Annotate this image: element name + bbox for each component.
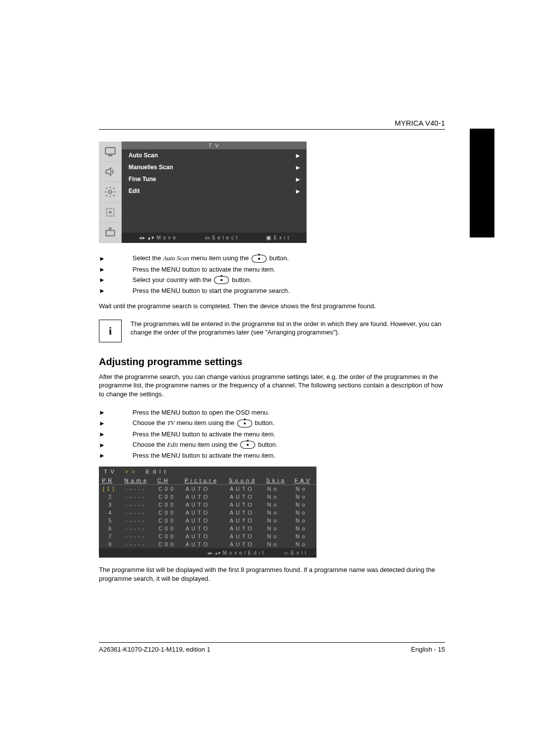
instruction-text: Select your country with the ▾ button. [133, 276, 252, 284]
cell-pr: 3 [99, 501, 122, 509]
instruction-text: Press the MENU button to start the progr… [133, 287, 290, 294]
chevron-right-icon: ▸ [296, 163, 300, 171]
cell-sound: A U T O [226, 532, 263, 540]
input-icon [99, 223, 122, 243]
col-picture: P i c t u r e [181, 476, 226, 485]
instruction-list-1: ► Select the Auto Scan menu item using t… [99, 253, 445, 296]
osd-item-label: Auto Scan [129, 152, 158, 159]
cell-fav: N o [292, 540, 316, 548]
table-row[interactable]: 3- - - - -C 0 0A U T OA U T ON oN o [99, 501, 316, 509]
cell-skip: N o [263, 493, 291, 501]
exit-icon: ▭ [284, 550, 289, 556]
cell-name: - - - - - [122, 485, 155, 493]
section-heading: Adjusting programme settings [99, 356, 445, 368]
osd-footer: ◂▸ ▴▾ M o v e ▭ S e l e c t ▣ E x i t [122, 233, 307, 243]
edit-table: P R N a m e C H P i c t u r e S o u n d … [99, 476, 316, 548]
osd-item-edit[interactable]: Edit ▸ [122, 185, 307, 197]
col-skip: S k i p [263, 476, 291, 485]
cell-sound: A U T O [226, 501, 263, 509]
cell-skip: N o [263, 517, 291, 524]
cell-sound: A U T O [226, 509, 263, 517]
osd-item-autoscan[interactable]: Auto Scan ▸ [122, 149, 307, 161]
svg-rect-4 [106, 231, 114, 236]
cell-pr: 4 [99, 509, 122, 517]
instruction-text: Press the MENU button to activate the me… [133, 430, 275, 438]
cell-ch: C 0 0 [154, 493, 181, 501]
cell-skip: N o [263, 485, 291, 493]
osd-tv-menu: T V Auto Scan ▸ Manuelles Scan ▸ Fine Tu… [99, 142, 307, 243]
bullet-icon: ► [99, 452, 119, 459]
cell-picture: A U T O [181, 540, 226, 548]
osd-item-label: Fine Tune [129, 176, 156, 183]
cell-name: - - - - - [122, 540, 155, 548]
cell-picture: A U T O [181, 485, 226, 493]
instruction-text: Press the MENU button to activate the me… [133, 452, 275, 459]
section-intro: After the programme search, you can chan… [99, 373, 445, 399]
cell-ch: C 0 0 [154, 517, 181, 524]
cell-picture: A U T O [181, 517, 226, 524]
cell-skip: N o [263, 509, 291, 517]
after-edit-text: The programme list will be displayed wit… [99, 566, 445, 583]
table-row[interactable]: [ 1 ]- - - - -C 0 0A U T OA U T ON oN o [99, 485, 316, 493]
edit-footer: ◂▸ ▴▾ M o v e / E d i t ▭ E x i t [99, 548, 316, 558]
bullet-icon: ► [99, 420, 119, 427]
page-header: MYRICA V40-1 [99, 119, 445, 130]
arrows-icon: ◂▸ ▴▾ [139, 235, 155, 241]
instruction-text: Press the MENU button to open the OSD me… [133, 409, 269, 416]
cell-sound: A U T O [226, 493, 263, 501]
osd-item-label: Manuelles Scan [129, 164, 173, 171]
table-row[interactable]: 8- - - - -C 0 0A U T OA U T ON oN o [99, 540, 316, 548]
cell-name: - - - - - [122, 517, 155, 524]
cell-name: - - - - - [122, 532, 155, 540]
cell-sound: A U T O [226, 485, 263, 493]
table-row[interactable]: 2- - - - -C 0 0A U T OA U T ON oN o [99, 493, 316, 501]
cell-pr: 7 [99, 532, 122, 540]
bullet-icon: ► [99, 276, 119, 284]
cell-ch: C 0 0 [154, 532, 181, 540]
instruction-text: Press the MENU button to activate the me… [133, 266, 275, 273]
cell-picture: A U T O [181, 524, 226, 532]
col-ch: C H [154, 476, 181, 485]
chevron-right-icon: ▸ [296, 187, 300, 195]
cell-picture: A U T O [181, 493, 226, 501]
table-row[interactable]: 7- - - - -C 0 0A U T OA U T ON oN o [99, 532, 316, 540]
cell-picture: A U T O [181, 509, 226, 517]
chevron-right-icon: > > [125, 469, 136, 474]
bullet-icon: ► [99, 287, 119, 294]
cell-fav: N o [292, 524, 316, 532]
eye-button-icon: ▾ [240, 441, 255, 449]
cell-fav: N o [292, 485, 316, 493]
col-pr: P R [99, 476, 122, 485]
cell-sound: A U T O [226, 524, 263, 532]
osd-item-manualscan[interactable]: Manuelles Scan ▸ [122, 161, 307, 173]
svg-rect-0 [105, 147, 115, 154]
cell-pr: 2 [99, 493, 122, 501]
info-box: i The programmes will be entered in the … [99, 320, 445, 342]
chevron-right-icon: ▸ [296, 175, 300, 183]
osd-edit-screen: T V > > E d i t P R N a m e C H P i c t … [99, 467, 316, 558]
info-icon: i [99, 320, 122, 342]
col-name: N a m e [122, 476, 155, 485]
table-row[interactable]: 5- - - - -C 0 0A U T OA U T ON oN o [99, 517, 316, 524]
edit-breadcrumb: T V > > E d i t [99, 467, 316, 476]
bullet-icon: ► [99, 409, 119, 416]
footer-left: A26361-K1070-Z120-1-M119, edition 1 [99, 646, 210, 653]
instruction-text: Select the Auto Scan menu item using the… [133, 254, 289, 263]
bullet-icon: ► [99, 266, 119, 273]
exit-icon: ▣ [266, 235, 271, 241]
cell-fav: N o [292, 509, 316, 517]
cell-ch: C 0 0 [154, 501, 181, 509]
cell-pr: 5 [99, 517, 122, 524]
cell-sound: A U T O [226, 517, 263, 524]
osd-item-finetune[interactable]: Fine Tune ▸ [122, 173, 307, 185]
instruction-text: Choose the Edit menu item using the ▾ bu… [133, 441, 277, 449]
table-row[interactable]: 4- - - - -C 0 0A U T OA U T ON oN o [99, 509, 316, 517]
bullet-icon: ► [99, 430, 119, 438]
speaker-icon [99, 162, 122, 182]
instruction-text: Choose the TV menu item using the ▾ butt… [133, 419, 274, 427]
cell-pr: 6 [99, 524, 122, 532]
cell-name: - - - - - [122, 493, 155, 501]
table-row[interactable]: 6- - - - -C 0 0A U T OA U T ON oN o [99, 524, 316, 532]
cell-ch: C 0 0 [154, 540, 181, 548]
osd-sidebar-icons [99, 142, 122, 243]
